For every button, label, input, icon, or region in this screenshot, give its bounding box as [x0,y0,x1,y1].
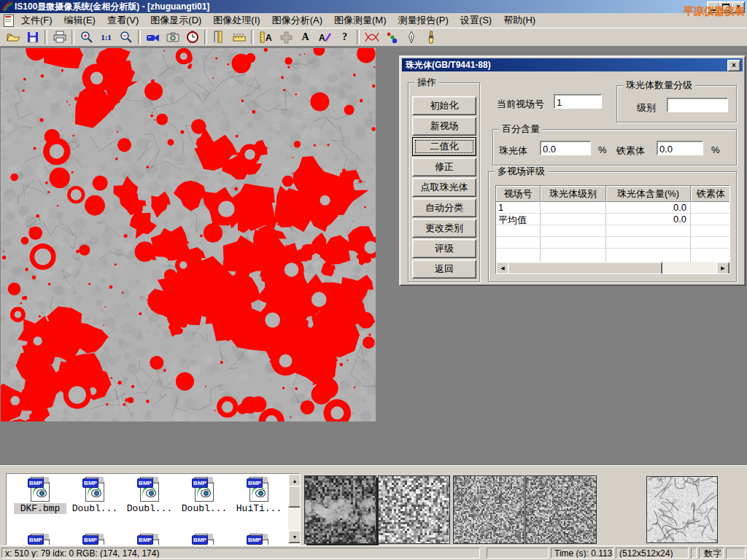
init-button[interactable]: 初始化 [412,96,476,115]
calibration-button[interactable]: A [256,28,276,46]
col-header-ferrite[interactable]: 铁素体 [691,186,730,202]
scroll-down-button[interactable]: ▼ [288,530,301,543]
thumbnail-1[interactable] [304,475,376,544]
zoom-in-button[interactable] [77,28,96,46]
menu-image-measure[interactable]: 图像测量(M) [328,12,392,28]
help-button[interactable]: ? [335,28,355,46]
scroll-left-icon: ◀ [500,265,504,271]
file-item[interactable]: BMP [233,534,285,545]
snapshot-button[interactable] [163,28,182,46]
minimize-button[interactable] [707,1,720,13]
menu-file[interactable]: 文件(F) [15,12,58,28]
zoom-out-icon [119,31,133,44]
file-item[interactable]: BMP DKF.bmp [14,477,66,514]
text-edit-button[interactable]: A [315,28,335,46]
menu-image-processing[interactable]: 图像处理(I) [207,12,266,28]
file-item[interactable]: BMP Doubl... [178,477,231,514]
col-header-pearlite[interactable]: 珠光体含量(%) [606,186,691,202]
table-row[interactable]: 1 [498,202,538,214]
thumbnail-5[interactable] [646,476,718,543]
new-field-button[interactable]: 新视场 [412,117,476,136]
specimen-image[interactable] [1,48,376,421]
maximize-button[interactable] [719,1,732,13]
brush-tool-button[interactable] [421,28,441,46]
dialog-close-button[interactable]: × [727,60,740,71]
menu-image-analysis[interactable]: 图像分析(A) [266,12,328,28]
timer-button[interactable] [182,28,202,46]
pearlite-percent-input[interactable] [540,141,591,155]
file-name[interactable]: Doubl... [123,503,176,514]
menu-view[interactable]: 查看(V) [101,12,144,28]
toolbar-separator [204,30,207,44]
file-item[interactable]: BMP [123,534,176,545]
hscroll-thumb[interactable] [508,262,662,274]
bmp-file-icon: BMP [247,534,271,545]
file-item[interactable]: BMP Doubl... [69,477,121,514]
print-button[interactable] [50,28,69,46]
table-cell[interactable]: 0.0 [606,202,686,214]
grading-table[interactable]: 视场号 珠光体级别 珠光体含量(%) 铁素体 1 0.0 平均值 0.0 ◀ ▶ [495,185,730,274]
file-item[interactable]: BMP [69,534,121,545]
ruler-button[interactable] [229,28,249,46]
vscroll-thumb[interactable] [288,486,301,508]
file-name[interactable]: Doubl... [69,503,121,514]
close-button[interactable]: × [732,1,745,13]
scroll-right-icon: ▶ [721,265,724,271]
particle-analysis-button[interactable] [382,28,401,46]
file-list[interactable]: BMP DKF.bmp BMP Doubl... BMP Doubl... BM… [6,473,301,545]
file-name[interactable]: DKF.bmp [14,503,66,514]
return-button[interactable]: 返回 [412,260,476,279]
particles-icon [384,31,399,44]
menu-image-display[interactable]: 图像显示(D) [144,12,207,28]
grid-button[interactable] [276,28,295,46]
menu-edit[interactable]: 编辑(E) [58,12,101,28]
scroll-right-button[interactable]: ▶ [716,262,729,274]
file-item[interactable]: BMP [14,534,66,545]
ferrite-percent-sign: % [711,144,720,155]
correct-button[interactable]: 修正 [412,158,476,176]
table-hscrollbar[interactable]: ◀ ▶ [496,262,729,273]
file-item[interactable]: BMP Doubl... [123,477,176,514]
file-name[interactable]: Doubl... [178,503,231,514]
pen-tool-button[interactable] [401,28,421,46]
table-cell[interactable]: 0.0 [606,214,686,225]
menu-measure-report[interactable]: 测量报告(P) [392,12,454,28]
menu-settings[interactable]: 设置(S) [454,12,498,28]
file-item[interactable]: BMP HuiTi... [233,477,285,514]
table-row[interactable]: 平均值 [498,214,538,225]
open-button[interactable] [3,28,23,46]
binarize-button[interactable]: 二值化 [412,137,476,156]
scroll-down-icon: ▼ [293,534,298,540]
menu-help[interactable]: 帮助(H) [498,12,541,28]
status-dimensions: (512x512x24) [616,548,689,559]
caliper-button[interactable] [209,28,229,46]
thumbnail-2[interactable] [378,475,450,544]
video-capture-button[interactable] [143,28,163,46]
file-list-scrollbar[interactable]: ▲ ▼ [288,474,300,543]
thumbnail-3[interactable] [453,475,525,544]
curve-tool-button[interactable] [362,28,382,46]
grade-input[interactable] [667,98,728,112]
save-button[interactable] [23,28,42,46]
text-annotation-button[interactable]: A [295,28,315,46]
current-view-input[interactable] [554,94,602,109]
status-bar: x: 510 y: 79 idx: 0 RGB: (174, 174, 174)… [0,545,747,560]
file-name[interactable]: HuiTi... [233,503,285,514]
dialog-title-bar[interactable]: 珠光体(GB/T9441-88) [402,58,743,71]
auto-classify-button[interactable]: 自动分类 [412,198,476,217]
zoom-out-button[interactable] [116,28,136,46]
ferrite-percent-input[interactable] [657,141,703,155]
col-header-grade[interactable]: 珠光体级别 [541,186,606,202]
pick-pearlite-button[interactable]: 点取珠光体 [412,178,476,197]
grade-button[interactable]: 评级 [412,239,476,258]
thumbnail-4[interactable] [525,475,597,544]
scroll-up-icon: ▲ [293,478,298,483]
status-empty [691,548,697,559]
toolbar-separator [251,30,254,44]
ferrite-label: 铁素体 [616,144,645,158]
actual-size-button[interactable]: 1:1 [96,28,116,46]
col-header-field[interactable]: 视场号 [496,186,541,202]
change-class-button[interactable]: 更改类别 [412,219,476,238]
document-icon[interactable] [2,15,15,26]
file-item[interactable]: BMP [178,534,231,545]
